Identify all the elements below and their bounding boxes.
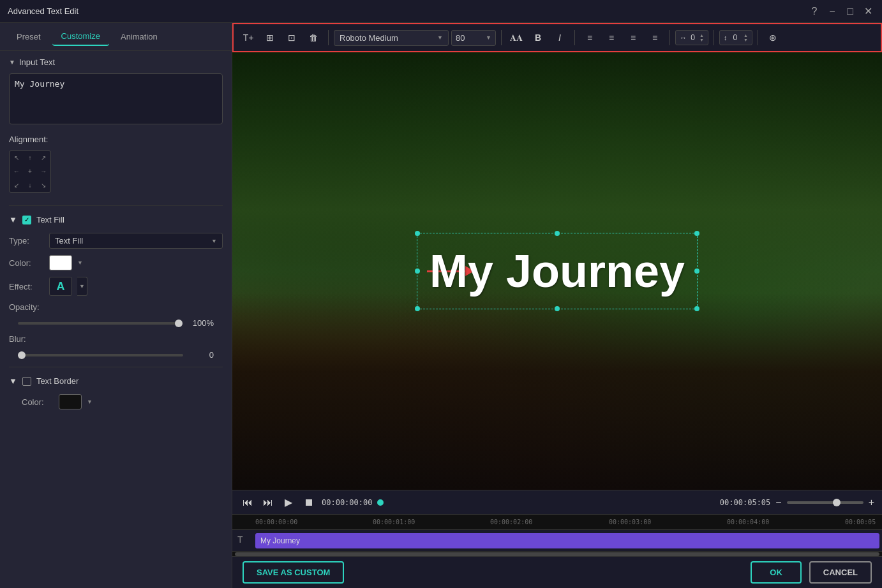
- align-middle-left[interactable]: ←: [10, 165, 23, 178]
- color-swatch[interactable]: [49, 255, 72, 270]
- skip-back-button[interactable]: ⏮: [240, 497, 255, 508]
- char-spacing-spinner[interactable]: ▲ ▼: [699, 33, 704, 42]
- title-bar: Advanced Text Edit ? − □ ✕: [0, 0, 882, 23]
- color-wheel-button[interactable]: ⊛: [763, 28, 782, 47]
- align-bottom-right[interactable]: ↘: [37, 179, 50, 192]
- total-time: 00:00:05:05: [720, 498, 770, 507]
- preview-text[interactable]: My Journey: [430, 245, 685, 297]
- type-dropdown[interactable]: Text Fill ▼: [49, 233, 223, 249]
- char-spacing-down[interactable]: ▼: [699, 38, 704, 42]
- text-fill-checkbox[interactable]: ✓: [22, 216, 31, 224]
- chevron-down-icon: ▼: [211, 238, 217, 244]
- handle-top-left[interactable]: [415, 231, 420, 236]
- help-button[interactable]: ?: [808, 6, 821, 17]
- opacity-slider-thumb[interactable]: [175, 320, 183, 327]
- frame-back-button[interactable]: ⏭: [260, 497, 276, 508]
- type-label: Type:: [9, 236, 44, 246]
- cancel-button[interactable]: CANCEL: [809, 561, 872, 584]
- align-top-center[interactable]: ↑: [23, 151, 36, 165]
- line-spacing-field[interactable]: ↕ 0 ▲ ▼: [719, 30, 752, 45]
- handle-bottom-right[interactable]: [694, 306, 699, 311]
- chevron-down-icon: ▼: [9, 59, 15, 66]
- tab-animation[interactable]: Animation: [112, 28, 167, 45]
- tab-customize[interactable]: Customize: [52, 27, 109, 46]
- effect-preview[interactable]: A: [49, 277, 72, 296]
- input-text-field[interactable]: My Journey: [9, 73, 223, 124]
- timeline-ruler: 00:00:00:00 00:00:01:00 00:00:02:00 00:0…: [232, 514, 882, 529]
- font-size-selector[interactable]: 80 ▼: [451, 30, 496, 46]
- timeline-track: T My Journey: [232, 529, 882, 551]
- handle-middle-left[interactable]: [415, 268, 420, 274]
- zoom-in-button[interactable]: +: [869, 497, 874, 508]
- current-time: 00:00:00:00: [322, 498, 372, 507]
- align-top-right[interactable]: ↗: [37, 151, 50, 165]
- font-selector[interactable]: Roboto Medium ▼: [334, 30, 449, 46]
- save-as-custom-button[interactable]: SAVE AS CUSTOM: [243, 561, 344, 584]
- image-button[interactable]: ⊡: [282, 28, 301, 47]
- effect-dropdown-arrow[interactable]: ▼: [77, 277, 87, 296]
- bold-button[interactable]: B: [528, 28, 548, 47]
- text-border-checkbox[interactable]: [22, 377, 31, 386]
- minimize-button[interactable]: −: [826, 6, 839, 17]
- char-spacing-up[interactable]: ▲: [699, 33, 704, 38]
- zoom-slider[interactable]: [787, 501, 863, 504]
- align-middle-right[interactable]: →: [37, 165, 50, 178]
- text-fill-section-header[interactable]: ▼ ✓ Text Fill: [0, 210, 232, 230]
- timeline-clip[interactable]: My Journey: [255, 533, 879, 548]
- align-justify-button[interactable]: ≡: [645, 28, 664, 47]
- handle-bottom-left[interactable]: [415, 306, 420, 311]
- char-spacing-field[interactable]: ↔ 0 ▲ ▼: [675, 30, 708, 45]
- border-color-dropdown-arrow[interactable]: ▼: [87, 399, 93, 405]
- text-border-section-header[interactable]: ▼ Text Border: [0, 371, 232, 391]
- delete-button[interactable]: 🗑: [304, 28, 323, 47]
- type-dropdown-value: Text Fill: [55, 236, 83, 246]
- align-top-left[interactable]: ↖: [10, 151, 23, 165]
- tab-preset[interactable]: Preset: [8, 28, 50, 45]
- transform-button[interactable]: ⊞: [260, 28, 280, 47]
- handle-middle-right[interactable]: [694, 268, 699, 274]
- effect-label: Effect:: [9, 282, 44, 291]
- zoom-out-button[interactable]: −: [775, 497, 781, 508]
- add-text-button[interactable]: T+: [239, 28, 258, 47]
- border-color-swatch[interactable]: [59, 394, 82, 409]
- align-left-button[interactable]: ≡: [580, 28, 599, 47]
- handle-top-center[interactable]: [555, 231, 560, 236]
- blur-slider-thumb[interactable]: [18, 351, 26, 359]
- italic-button[interactable]: I: [550, 28, 569, 47]
- align-bottom-center[interactable]: ↓: [23, 179, 36, 192]
- color-dropdown-arrow[interactable]: ▼: [77, 260, 83, 266]
- opacity-slider[interactable]: [18, 322, 179, 325]
- input-text-section-header[interactable]: ▼ Input Text: [0, 51, 232, 71]
- maximize-button[interactable]: □: [844, 6, 856, 17]
- text-track-icon: T: [237, 534, 243, 545]
- timeline-scrollbar[interactable]: [232, 551, 882, 556]
- timeline-controls: ⏮ ⏭ ▶ ⏹ 00:00:00:00 00:00:05:05 − +: [232, 490, 882, 514]
- ok-button[interactable]: OK: [751, 561, 802, 584]
- line-spacing-value: 0: [728, 33, 744, 42]
- alignment-grid: ↖ ↑ ↗ ← + → ↙ ↓ ↘: [9, 151, 51, 193]
- preview-area: My Journey: [232, 52, 882, 490]
- handle-top-right[interactable]: [694, 231, 699, 236]
- footer-right: OK CANCEL: [751, 561, 872, 584]
- tab-bar: Preset Customize Animation: [0, 23, 232, 51]
- color-row: Color: ▼: [0, 252, 232, 274]
- align-center-button[interactable]: ≡: [602, 28, 621, 47]
- opacity-row: Opacity:: [0, 299, 232, 315]
- stop-button[interactable]: ⏹: [301, 497, 317, 508]
- left-panel: Preset Customize Animation ▼ Input Text …: [0, 23, 232, 588]
- handle-bottom-center[interactable]: [555, 306, 560, 311]
- blur-row: Blur:: [0, 331, 232, 347]
- separator-icon-6: [758, 30, 758, 45]
- close-button[interactable]: ✕: [862, 5, 874, 17]
- blur-slider[interactable]: [18, 354, 183, 356]
- zoom-slider-thumb[interactable]: [833, 499, 841, 506]
- line-spacing-down[interactable]: ▼: [744, 38, 748, 42]
- text-style-button[interactable]: 𝐀𝐀: [507, 28, 526, 47]
- align-center[interactable]: +: [23, 165, 36, 178]
- align-bottom-left[interactable]: ↙: [10, 179, 23, 192]
- play-button[interactable]: ▶: [281, 496, 296, 508]
- line-spacing-spinner[interactable]: ▲ ▼: [744, 33, 748, 42]
- main-container: Preset Customize Animation ▼ Input Text …: [0, 23, 882, 588]
- line-spacing-up[interactable]: ▲: [744, 33, 748, 38]
- align-right-button[interactable]: ≡: [624, 28, 643, 47]
